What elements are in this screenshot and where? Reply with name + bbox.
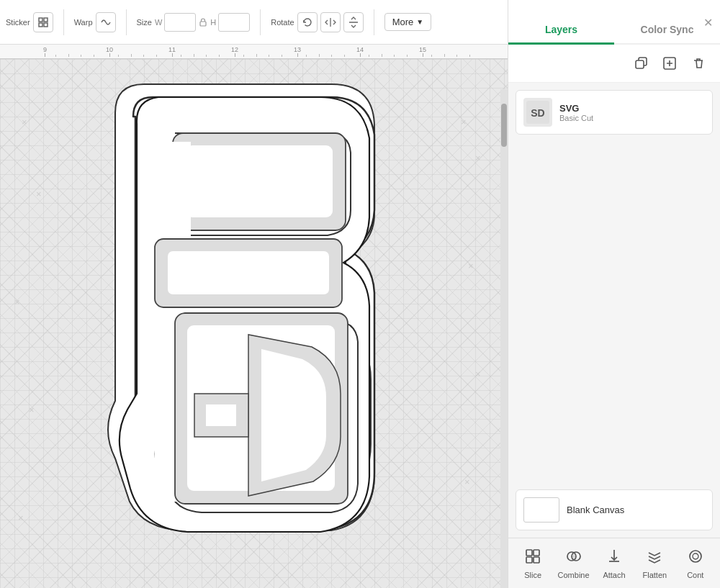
flatten-label: Flatten bbox=[643, 571, 667, 579]
svg-rect-10 bbox=[186, 145, 333, 217]
svg-point-30 bbox=[693, 553, 698, 559]
slice-icon bbox=[524, 548, 541, 569]
sep2 bbox=[126, 9, 127, 35]
layer-type: Basic Cut bbox=[559, 114, 705, 122]
svg-rect-1 bbox=[44, 18, 48, 22]
svg-rect-24 bbox=[534, 550, 539, 556]
contour-label: Cont bbox=[687, 571, 703, 579]
layers-list: SD SVG Basic Cut bbox=[508, 83, 720, 489]
contour-icon bbox=[687, 548, 704, 569]
sep4 bbox=[374, 9, 374, 35]
svg-rect-0 bbox=[39, 18, 42, 22]
blank-canvas-thumbnail bbox=[523, 497, 559, 523]
contour-button[interactable]: Cont bbox=[678, 548, 714, 579]
combine-icon bbox=[565, 548, 582, 569]
attach-label: Attach bbox=[603, 571, 625, 579]
vertical-scrollbar[interactable] bbox=[500, 89, 508, 588]
slice-label: Slice bbox=[524, 571, 541, 579]
add-layer-button[interactable] bbox=[658, 52, 681, 75]
svg-rect-26 bbox=[534, 557, 539, 563]
close-panel-button[interactable]: ✕ bbox=[703, 16, 713, 30]
flip-h-btn[interactable] bbox=[320, 12, 341, 32]
width-input[interactable] bbox=[164, 13, 196, 32]
rotate-group: Rotate bbox=[271, 12, 363, 32]
sep3 bbox=[260, 9, 261, 35]
height-input[interactable] bbox=[218, 13, 250, 32]
more-arrow-icon: ▼ bbox=[416, 18, 423, 26]
size-label: Size bbox=[137, 18, 152, 27]
slice-button[interactable]: Slice bbox=[515, 548, 551, 579]
blank-canvas-item[interactable]: Blank Canvas bbox=[516, 489, 713, 530]
rotate-left-btn[interactable] bbox=[297, 12, 318, 32]
warp-label: Warp bbox=[74, 18, 93, 27]
attach-button[interactable]: Attach bbox=[596, 548, 632, 579]
tab-layers[interactable]: Layers bbox=[508, 14, 614, 45]
svg-text:SD: SD bbox=[531, 107, 544, 119]
bottom-toolbar: Slice Combine Attach Flatten Cont bbox=[508, 538, 720, 588]
layer-info: SVG Basic Cut bbox=[559, 103, 705, 122]
layer-thumbnail: SD bbox=[523, 98, 552, 127]
ruler: 9101112131415 bbox=[0, 45, 508, 59]
flip-v-btn[interactable] bbox=[343, 12, 364, 32]
combine-label: Combine bbox=[558, 571, 590, 579]
svg-rect-18 bbox=[206, 404, 236, 426]
delete-layer-button[interactable] bbox=[687, 52, 710, 75]
canvas-area[interactable]: 9101112131415 × × × × × × × × × × bbox=[0, 45, 508, 588]
svg-point-29 bbox=[690, 551, 701, 562]
svg-rect-25 bbox=[526, 557, 532, 563]
toolbar: Sticker Warp Size W H Rotate bbox=[0, 0, 508, 45]
duplicate-layer-button[interactable] bbox=[629, 52, 652, 75]
svg-rect-4 bbox=[200, 22, 206, 26]
panel-tabs: Layers Color Sync ✕ bbox=[508, 0, 720, 45]
lock-icon bbox=[198, 17, 208, 27]
blank-canvas-label: Blank Canvas bbox=[567, 505, 624, 515]
layer-name: SVG bbox=[559, 103, 705, 114]
combine-button[interactable]: Combine bbox=[556, 548, 592, 579]
warp-group: Warp bbox=[74, 12, 116, 32]
scrollbar-thumb[interactable] bbox=[501, 104, 507, 147]
sticker-icon-btn[interactable] bbox=[33, 12, 53, 32]
sticker-label: Sticker bbox=[6, 18, 30, 27]
flatten-button[interactable]: Flatten bbox=[636, 548, 672, 579]
more-button[interactable]: More ▼ bbox=[384, 13, 432, 31]
svg-rect-23 bbox=[526, 550, 532, 556]
sd-logo-svg[interactable]: .logo-path { fill: white; stroke: #1a1a1… bbox=[68, 84, 421, 545]
svg-rect-19 bbox=[636, 60, 644, 68]
sep1 bbox=[63, 9, 64, 35]
rotate-label: Rotate bbox=[271, 18, 294, 27]
sticker-group: Sticker bbox=[6, 12, 53, 32]
right-panel: Layers Color Sync ✕ SD SVG Basic Cut bbox=[508, 0, 720, 588]
svg-rect-2 bbox=[39, 23, 42, 27]
size-group: Size W H bbox=[137, 13, 251, 32]
layer-item[interactable]: SD SVG Basic Cut bbox=[516, 90, 713, 135]
attach-icon bbox=[606, 548, 623, 569]
svg-rect-3 bbox=[44, 23, 48, 27]
warp-icon-btn[interactable] bbox=[96, 12, 116, 32]
svg-rect-13 bbox=[168, 251, 329, 294]
layer-actions bbox=[508, 45, 720, 83]
flatten-icon bbox=[646, 548, 663, 569]
